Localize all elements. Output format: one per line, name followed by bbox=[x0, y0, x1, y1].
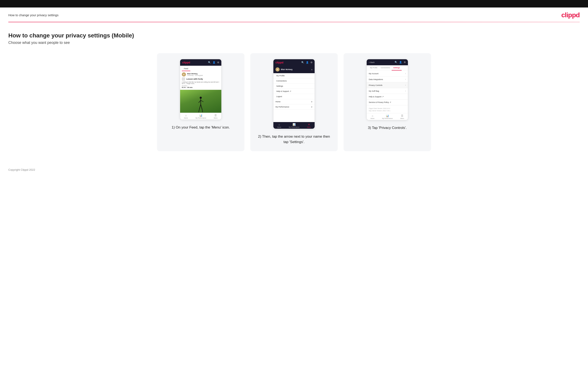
p3-menu-label: Menu bbox=[400, 118, 404, 119]
clippd-logo: clippd bbox=[561, 11, 580, 19]
p1-lesson-title: Lesson with Fordy bbox=[186, 78, 203, 80]
chart-icon: 📊 bbox=[199, 114, 202, 117]
p2-menu-connections[interactable]: Connections bbox=[273, 78, 315, 83]
home-icon: ⌂ bbox=[372, 114, 373, 117]
menu-icon: ☰ bbox=[401, 114, 403, 117]
p1-duration-label: Duration bbox=[182, 85, 220, 86]
p2-menu-logout[interactable]: Logout bbox=[273, 94, 315, 99]
p1-performance-label: My Performance bbox=[196, 117, 206, 119]
p1-user-info: Blair McHarg Yesterday · Sunningdale bbox=[187, 73, 203, 76]
person-icon[interactable]: 👤 bbox=[306, 61, 309, 64]
p3-icons: 🔍 👤 ⚙ bbox=[395, 61, 406, 64]
p2-section-home[interactable]: Home ∨ bbox=[273, 99, 315, 104]
svg-point-0 bbox=[200, 97, 202, 99]
phone-mockup-2: clippd 🔍 👤 ⚙ B Blair McHarg ∧ M bbox=[273, 59, 315, 129]
phone-mockup-1: clippd 🔍 👤 ⚙ Feed B Blair bbox=[180, 59, 222, 120]
p3-dataintegrations-label: Data Integrations bbox=[369, 78, 383, 81]
search-icon[interactable]: 🔍 bbox=[208, 61, 211, 64]
home-icon: ⌂ bbox=[185, 114, 187, 117]
p3-myaccount-label: My Account bbox=[369, 73, 379, 75]
home-icon: ⌂ bbox=[278, 123, 280, 126]
tab-settings[interactable]: Settings bbox=[392, 65, 402, 70]
chart-icon: 📊 bbox=[386, 114, 389, 117]
page-heading: How to change your privacy settings (Mob… bbox=[8, 32, 580, 39]
p2-user-row[interactable]: B Blair McHarg ∧ bbox=[273, 66, 315, 73]
settings-icon[interactable]: ⚙ bbox=[311, 61, 312, 64]
search-icon[interactable]: 🔍 bbox=[301, 61, 304, 64]
chart-icon: 📊 bbox=[293, 123, 296, 126]
svg-line-4 bbox=[199, 104, 201, 109]
p2-spacer bbox=[273, 109, 315, 122]
p3-performance-label: My Performance bbox=[382, 118, 393, 119]
p3-bottom-nav: ⌂ Home 📊 My Performance ☰ Menu bbox=[367, 113, 408, 120]
p3-serviceprivacy-label: Service & Privacy Policy ↗ bbox=[369, 101, 391, 103]
p2-section-home-label: Home bbox=[276, 101, 280, 103]
footer: Copyright Clippd 2022 bbox=[0, 159, 588, 176]
p1-lesson-row: Lesson with Fordy bbox=[182, 77, 220, 81]
p1-user-name: Blair McHarg bbox=[187, 73, 203, 75]
top-bar bbox=[0, 0, 588, 8]
p1-home-btn[interactable]: ⌂ Home bbox=[184, 114, 188, 119]
p1-lesson-desc: Looking to feel like my hands are exitin… bbox=[182, 81, 220, 84]
golfer-image bbox=[196, 96, 206, 113]
p1-duration-val: 01 hr : 30 min bbox=[182, 86, 220, 88]
main-content: How to change your privacy settings (Mob… bbox=[0, 22, 588, 159]
p3-settings-dataintegrations[interactable]: Data Integrations › bbox=[367, 76, 408, 82]
page-subheading: Choose what you want people to see bbox=[8, 41, 580, 45]
p3-settings-myaccount[interactable]: My Account › bbox=[367, 71, 408, 76]
settings-icon[interactable]: ⚙ bbox=[404, 61, 406, 64]
person-icon[interactable]: 👤 bbox=[213, 61, 216, 64]
p2-home-btn[interactable]: ⌂ Home bbox=[277, 123, 281, 128]
p1-menu-label: Menu bbox=[214, 117, 218, 119]
p1-avatar: B bbox=[182, 72, 186, 76]
p2-menu-settings[interactable]: Settings bbox=[273, 83, 315, 89]
person-icon[interactable]: 👤 bbox=[399, 61, 402, 64]
p1-home-label: Home bbox=[184, 117, 188, 119]
tab-connections[interactable]: Connections bbox=[379, 65, 392, 70]
svg-line-3 bbox=[201, 100, 203, 102]
step-2-card: clippd 🔍 👤 ⚙ B Blair McHarg ∧ M bbox=[250, 53, 338, 151]
p3-performance-btn[interactable]: 📊 My Performance bbox=[382, 114, 393, 119]
step-3-description: 3) Tap 'Privacy Controls'. bbox=[368, 125, 407, 131]
p2-user-left: B Blair McHarg bbox=[276, 67, 293, 72]
p1-user-date: Yesterday · Sunningdale bbox=[187, 75, 203, 76]
search-icon[interactable]: 🔍 bbox=[395, 61, 398, 64]
chevron-right-icon: › bbox=[405, 72, 406, 75]
p3-version-client: Clippd Client Version: 2022.8.3-3 bbox=[369, 107, 406, 109]
p2-section-performance[interactable]: My Performance ∨ bbox=[273, 104, 315, 109]
p1-menu-btn[interactable]: ☰ Menu bbox=[214, 114, 218, 119]
settings-icon[interactable]: ⚙ bbox=[217, 61, 219, 64]
p2-header: clippd 🔍 👤 ⚙ bbox=[273, 59, 315, 66]
p1-photo bbox=[180, 90, 221, 113]
svg-line-6 bbox=[199, 109, 199, 112]
p3-back-btn[interactable]: < Back bbox=[369, 61, 375, 63]
p2-menu-helpsupport[interactable]: Help & Support ↗ bbox=[273, 89, 315, 94]
p3-settings-mygolfbag[interactable]: My Golf Bag › bbox=[367, 88, 408, 94]
p3-header: < Back 🔍 👤 ⚙ bbox=[367, 59, 408, 65]
p2-bottom-nav: ⌂ Home 📊 My Performance ✕ Menu bbox=[273, 122, 315, 129]
p3-settings-helpsupport[interactable]: Help & Support ↗ bbox=[367, 94, 408, 100]
p3-helpsupport-label: Help & Support ↗ bbox=[369, 96, 384, 98]
p2-user-avatar: B bbox=[276, 67, 280, 72]
p3-tabs: My Profile Connections Settings bbox=[367, 65, 408, 71]
step-1-card: clippd 🔍 👤 ⚙ Feed B Blair bbox=[157, 53, 244, 151]
p2-menu-myprofile[interactable]: My Profile bbox=[273, 73, 315, 78]
p2-performance-label: My Performance bbox=[289, 126, 299, 128]
p3-version-gql: GQL Server Version: 2022.7.30-1 bbox=[369, 109, 406, 112]
step-1-description: 1) On your Feed, tap the 'Menu' icon. bbox=[172, 125, 230, 130]
tab-myprofile[interactable]: My Profile bbox=[368, 65, 379, 70]
p1-performance-btn[interactable]: 📊 My Performance bbox=[196, 114, 206, 119]
p1-lesson-icon bbox=[182, 77, 185, 81]
p2-close-btn[interactable]: ✕ Menu bbox=[307, 123, 311, 128]
p3-home-label: Home bbox=[370, 118, 374, 119]
svg-line-7 bbox=[202, 109, 203, 112]
p3-home-btn[interactable]: ⌂ Home bbox=[370, 114, 374, 119]
p1-feed-tab[interactable]: Feed bbox=[180, 66, 221, 71]
chevron-right-icon: › bbox=[405, 84, 406, 86]
p2-performance-btn[interactable]: 📊 My Performance bbox=[289, 123, 299, 128]
svg-line-2 bbox=[199, 100, 201, 103]
p3-menu-btn[interactable]: ☰ Menu bbox=[400, 114, 404, 119]
p3-version-info: Clippd Client Version: 2022.8.3-3 GQL Se… bbox=[367, 105, 408, 113]
p3-settings-privacycontrols[interactable]: Privacy Controls › bbox=[367, 82, 408, 88]
p3-settings-serviceprivacy[interactable]: Service & Privacy Policy ↗ bbox=[367, 100, 408, 105]
